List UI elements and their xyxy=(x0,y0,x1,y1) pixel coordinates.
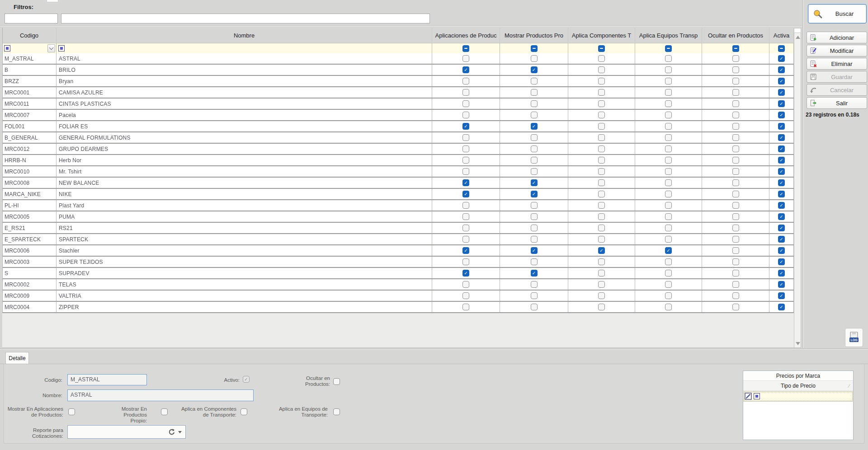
cell-codigo[interactable]: M_ASTRAL xyxy=(2,53,57,64)
checkbox-aplica-componentes-transporte[interactable] xyxy=(598,236,605,243)
column-header-activa[interactable]: Activa xyxy=(769,28,794,43)
cell-nombre[interactable]: GRUPO DEARMES xyxy=(57,144,432,154)
cell-codigo[interactable]: MRC0004 xyxy=(2,302,57,312)
checkbox-mostrar-productos-propios[interactable] xyxy=(531,236,538,243)
checkbox-activa[interactable]: ✓ xyxy=(778,112,785,118)
ocultar-checkbox[interactable] xyxy=(333,378,340,385)
cell-codigo[interactable]: MRC0008 xyxy=(2,178,57,188)
checkbox-mostrar-productos-propios[interactable] xyxy=(531,258,538,265)
filter-value-icon[interactable] xyxy=(754,393,760,399)
checkbox-aplica-equipos-transporte[interactable] xyxy=(665,100,672,107)
checkbox-activa[interactable]: ✓ xyxy=(778,225,785,231)
checkbox-ocultar-en-productos[interactable] xyxy=(732,55,739,62)
cell-aplica-componentes-transporte[interactable] xyxy=(568,211,635,222)
cell-ocultar-en-productos[interactable] xyxy=(702,76,769,86)
checkbox-aplica-componentes-transporte[interactable] xyxy=(598,281,605,288)
checkbox-ocultar-en-productos[interactable] xyxy=(732,191,739,197)
cell-ocultar-en-productos[interactable] xyxy=(702,291,769,301)
cell-ocultar-en-productos[interactable] xyxy=(702,257,769,267)
cell-aplicaciones-de-productos[interactable] xyxy=(432,211,500,222)
cell-nombre[interactable]: PUMA xyxy=(57,211,432,222)
checkbox-aplica-equipos-transporte[interactable] xyxy=(665,89,672,96)
cell-aplica-equipos-transporte[interactable] xyxy=(635,200,702,211)
cell-codigo[interactable]: B xyxy=(2,65,57,75)
cell-codigo[interactable]: MRC0009 xyxy=(2,291,57,301)
checkbox-aplica-componentes-transporte[interactable] xyxy=(598,89,605,96)
table-row[interactable]: BRZZBryan✓ xyxy=(2,76,794,87)
salir-button[interactable]: Salir xyxy=(807,97,867,109)
cell-aplica-equipos-transporte[interactable] xyxy=(635,211,702,222)
checkbox-ocultar-en-productos[interactable] xyxy=(732,258,739,265)
table-row[interactable]: MRC0008NEW BALANCE✓✓✓ xyxy=(2,178,794,189)
checkbox-mostrar-productos-propios[interactable] xyxy=(531,168,538,175)
cell-aplica-componentes-transporte[interactable] xyxy=(568,291,635,301)
cell-aplicaciones-de-productos[interactable]: ✓ xyxy=(432,121,500,131)
checkbox-ocultar-en-productos[interactable] xyxy=(732,225,739,231)
checkbox-ocultar-en-productos[interactable] xyxy=(732,89,739,96)
cell-aplicaciones-de-productos[interactable]: ✓ xyxy=(432,65,500,75)
cell-aplica-equipos-transporte[interactable] xyxy=(635,189,702,199)
checkbox-aplica-componentes-transporte[interactable] xyxy=(598,179,605,186)
cell-mostrar-productos-propios[interactable] xyxy=(500,291,568,301)
cell-aplicaciones-de-productos[interactable] xyxy=(432,302,500,312)
cell-aplicaciones-de-productos[interactable] xyxy=(432,132,500,143)
checkbox-ocultar-en-productos[interactable] xyxy=(732,270,739,277)
checkbox-aplica-equipos-transporte[interactable]: ✓ xyxy=(665,247,672,254)
cell-mostrar-productos-propios[interactable] xyxy=(500,223,568,233)
checkbox-activa[interactable]: ✓ xyxy=(778,247,785,254)
checkbox-aplicaciones-de-productos[interactable] xyxy=(462,100,469,107)
cell-aplica-componentes-transporte[interactable] xyxy=(568,223,635,233)
checkbox-aplica-equipos-transporte[interactable] xyxy=(665,55,672,62)
checkbox-aplica-componentes-transporte[interactable] xyxy=(598,78,605,84)
checkbox-activa[interactable]: ✓ xyxy=(778,270,785,277)
checkbox-activa[interactable]: ✓ xyxy=(778,100,785,107)
cell-mostrar-productos-propios[interactable] xyxy=(500,200,568,211)
checkbox-aplica-componentes-transporte[interactable] xyxy=(598,213,605,220)
cell-mostrar-productos-propios[interactable] xyxy=(500,257,568,267)
checkbox-ocultar-en-productos[interactable] xyxy=(732,304,739,310)
indeterminate-checkbox-icon[interactable] xyxy=(462,45,469,52)
cell-activa[interactable]: ✓ xyxy=(769,223,794,233)
checkbox-aplica-equipos-transporte[interactable] xyxy=(665,112,672,118)
cell-aplica-equipos-transporte[interactable] xyxy=(635,98,702,109)
checkbox-mostrar-productos-propios[interactable] xyxy=(531,55,538,62)
filter-checkbox-mostrar-productos-propios[interactable] xyxy=(500,43,568,53)
checkbox-ocultar-en-productos[interactable] xyxy=(732,78,739,84)
checkbox-ocultar-en-productos[interactable] xyxy=(732,179,739,186)
cell-aplica-componentes-transporte[interactable] xyxy=(568,268,635,278)
cell-ocultar-en-productos[interactable] xyxy=(702,87,769,98)
codigo-field[interactable]: M_ASTRAL xyxy=(67,374,147,385)
cell-aplicaciones-de-productos[interactable] xyxy=(432,87,500,98)
edit-filter-icon[interactable] xyxy=(745,393,752,400)
cell-activa[interactable]: ✓ xyxy=(769,76,794,86)
table-row[interactable]: MRC0009VALTRIA✓ xyxy=(2,291,794,302)
cell-aplica-equipos-transporte[interactable]: ✓ xyxy=(635,245,702,256)
cell-aplicaciones-de-productos[interactable] xyxy=(432,98,500,109)
table-row[interactable]: M_ASTRALASTRAL✓ xyxy=(2,53,794,65)
cell-codigo[interactable]: HRRB-N xyxy=(2,155,57,165)
column-header-nombre[interactable]: Nombre xyxy=(57,28,432,43)
cell-mostrar-productos-propios[interactable] xyxy=(500,234,568,244)
scroll-down-icon[interactable] xyxy=(796,342,800,345)
cell-mostrar-productos-propios[interactable]: ✓ xyxy=(500,178,568,188)
checkbox-aplica-equipos-transporte[interactable] xyxy=(665,191,672,197)
cell-activa[interactable]: ✓ xyxy=(769,211,794,222)
cell-codigo[interactable]: S xyxy=(2,268,57,278)
cell-activa[interactable]: ✓ xyxy=(769,166,794,177)
cell-aplica-componentes-transporte[interactable] xyxy=(568,121,635,131)
table-row[interactable]: MRC0012GRUPO DEARMES✓ xyxy=(2,144,794,155)
cell-ocultar-en-productos[interactable] xyxy=(702,279,769,290)
checkbox-aplica-equipos-transporte[interactable] xyxy=(665,66,672,73)
checkbox-aplica-componentes-transporte[interactable]: ✓ xyxy=(598,247,605,254)
guardar-button[interactable]: Guardar xyxy=(807,71,867,83)
column-header-mostrar-productos-pro[interactable]: Mostrar Productos Pro xyxy=(500,28,568,43)
cell-nombre[interactable]: Bryan xyxy=(57,76,432,86)
cell-mostrar-productos-propios[interactable] xyxy=(500,98,568,109)
checkbox-activa[interactable]: ✓ xyxy=(778,123,785,130)
cell-ocultar-en-productos[interactable] xyxy=(702,121,769,131)
checkbox-ocultar-en-productos[interactable] xyxy=(732,112,739,118)
table-row[interactable]: MRC0004ZIPPER✓ xyxy=(2,302,794,313)
table-row[interactable]: MRC0001CAMISA AZULRE✓ xyxy=(2,87,794,98)
checkbox-mostrar-productos-propios[interactable] xyxy=(531,89,538,96)
checkbox-aplica-componentes-transporte[interactable] xyxy=(598,66,605,73)
